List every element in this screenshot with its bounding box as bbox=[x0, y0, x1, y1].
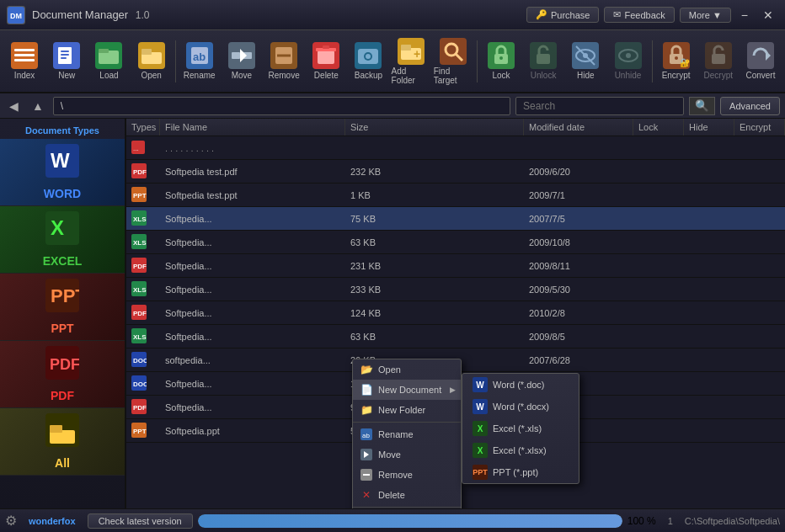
advanced-button[interactable]: Advanced bbox=[720, 97, 780, 115]
toolbar-remove[interactable]: Remove bbox=[263, 33, 305, 90]
nav-up[interactable]: ▲ bbox=[28, 98, 48, 114]
toolbar-backup[interactable]: Backup bbox=[347, 33, 389, 90]
purchase-button[interactable]: 🔑 Purchase bbox=[526, 7, 599, 23]
sidebar-item-word[interactable]: W WORD bbox=[0, 139, 125, 206]
toolbar-open[interactable]: Open bbox=[131, 33, 173, 90]
col-size: Size bbox=[345, 119, 524, 136]
toolbar-unhide[interactable]: Unhide bbox=[606, 33, 649, 90]
search-input[interactable] bbox=[515, 97, 684, 115]
toolbar-new[interactable]: New bbox=[45, 33, 88, 90]
row-size: 1 KB bbox=[345, 189, 524, 202]
ctx-new-folder[interactable]: 📁 New Folder bbox=[353, 400, 461, 420]
sidebar-item-ppt[interactable]: PPT PPT bbox=[0, 274, 125, 341]
row-lock bbox=[633, 382, 684, 386]
toolbar-unlock[interactable]: Unlock bbox=[522, 33, 564, 90]
ctx-move-label: Move bbox=[378, 450, 401, 460]
submenu-excel-xlsx[interactable]: X Excel (*.xlsx) bbox=[462, 439, 579, 461]
more-button[interactable]: More ▼ bbox=[680, 8, 731, 23]
ctx-move-icon bbox=[360, 448, 373, 461]
toolbar-lock[interactable]: Lock bbox=[480, 33, 522, 90]
svg-rect-37 bbox=[401, 45, 411, 51]
search-button[interactable]: 🔍 bbox=[689, 97, 715, 115]
toolbar-rename[interactable]: ab Rename bbox=[179, 33, 221, 90]
nav-back[interactable]: ◀ bbox=[5, 98, 23, 114]
table-row[interactable]: XLS Softpedia... 63 KB 2009/8/5 bbox=[126, 325, 785, 348]
toolbar-move[interactable]: Move bbox=[221, 33, 263, 90]
new-icon bbox=[53, 42, 80, 69]
row-encrypt bbox=[734, 194, 785, 197]
table-row[interactable]: XLS Softpedia... 63 KB 2009/10/8 bbox=[126, 231, 785, 254]
app-logo: DM bbox=[7, 6, 25, 24]
ctx-move[interactable]: Move bbox=[353, 444, 461, 465]
path-input[interactable] bbox=[53, 97, 510, 115]
word-icon: W bbox=[45, 144, 79, 185]
table-row[interactable]: XLS Softpedia... 75 KB 2007/7/5 bbox=[126, 207, 785, 231]
toolbar-delete[interactable]: Delete bbox=[305, 33, 347, 90]
toolbar-encrypt[interactable]: 🔐 Encrypt bbox=[654, 33, 697, 90]
ppt-label: PPT bbox=[51, 322, 73, 335]
svg-text:PDF: PDF bbox=[50, 356, 79, 373]
ctx-delete[interactable]: ✕ Delete bbox=[353, 485, 461, 505]
row-encrypt bbox=[734, 170, 785, 173]
row-date: 2009/10/8 bbox=[524, 236, 633, 249]
find-target-icon bbox=[440, 38, 467, 65]
row-encrypt bbox=[734, 241, 785, 244]
sidebar-item-all[interactable]: All bbox=[0, 408, 125, 476]
row-size: 124 KB bbox=[345, 306, 524, 320]
excel-xlsx-icon: X bbox=[473, 443, 488, 458]
row-size: 232 KB bbox=[345, 165, 524, 178]
gear-icon[interactable]: ⚙ bbox=[5, 513, 17, 529]
table-row[interactable]: XLS Softpedia... 233 KB 2009/5/30 bbox=[126, 278, 785, 301]
unlock-icon bbox=[530, 42, 557, 69]
ctx-new-document[interactable]: 📄 New Document bbox=[353, 380, 461, 400]
submenu-word-doc[interactable]: W Word (*.doc) bbox=[462, 374, 579, 396]
encrypt-icon: 🔐 bbox=[663, 42, 690, 69]
toolbar-index-label: Index bbox=[14, 71, 35, 80]
svg-text:PDF: PDF bbox=[133, 310, 147, 317]
sidebar-item-excel[interactable]: X EXCEL bbox=[0, 206, 125, 274]
submenu-word-doc-label: Word (*.doc) bbox=[493, 380, 545, 390]
toolbar-add-folder-label: Add Folder bbox=[392, 66, 430, 85]
check-update-button[interactable]: Check latest version bbox=[88, 513, 193, 529]
ctx-remove[interactable]: Remove bbox=[353, 465, 461, 485]
toolbar-find-target[interactable]: Find Target bbox=[432, 33, 474, 90]
table-row[interactable]: PPT Softpedia test.ppt 1 KB 2009/7/1 bbox=[126, 184, 785, 207]
row-hide bbox=[684, 170, 734, 173]
table-row[interactable]: PDF Softpedia test.pdf 232 KB 2009/6/20 bbox=[126, 160, 785, 184]
feedback-button[interactable]: ✉ Feedback bbox=[604, 7, 674, 23]
zoom-bar[interactable] bbox=[198, 514, 622, 528]
ctx-sep-1 bbox=[353, 422, 461, 423]
remove-icon bbox=[270, 42, 297, 69]
ctx-open-label: Open bbox=[378, 364, 401, 375]
toolbar-convert[interactable]: Convert bbox=[740, 33, 782, 90]
row-type: PDF bbox=[126, 162, 160, 182]
submenu-ppt[interactable]: PPT PPT (*.ppt) bbox=[462, 461, 579, 483]
ctx-rename[interactable]: ab Rename bbox=[353, 424, 461, 444]
row-date: 2009/5/30 bbox=[524, 283, 633, 296]
row-type: DOC bbox=[126, 374, 160, 394]
row-name: softpedia... bbox=[160, 354, 345, 367]
svg-text:ab: ab bbox=[193, 51, 206, 63]
table-row[interactable]: PDF Softpedia... 124 KB 2010/2/8 bbox=[126, 301, 785, 325]
feedback-label: Feedback bbox=[624, 10, 665, 20]
submenu-word-docx[interactable]: W Word (*.docx) bbox=[462, 396, 579, 418]
sidebar-item-pdf[interactable]: PDF PDF bbox=[0, 341, 125, 408]
row-type: PDF bbox=[126, 397, 160, 418]
table-row[interactable]: PDF Softpedia... 231 KB 2009/8/11 bbox=[126, 254, 785, 278]
toolbar-decrypt[interactable]: Decrypt bbox=[697, 33, 740, 90]
ctx-new-doc-icon: 📄 bbox=[360, 383, 373, 396]
filelist-header: Types File Name Size Modified date Lock … bbox=[126, 119, 785, 136]
close-button[interactable]: ✕ bbox=[758, 7, 778, 24]
toolbar-load[interactable]: Load bbox=[88, 33, 130, 90]
submenu-excel-xls[interactable]: X Excel (*.xls) bbox=[462, 418, 579, 439]
toolbar-add-folder[interactable]: + Add Folder bbox=[390, 33, 432, 90]
toolbar-hide[interactable]: Hide bbox=[564, 33, 606, 90]
all-label: All bbox=[55, 456, 70, 470]
table-row[interactable]: ... . . . . . . . . . . bbox=[126, 136, 785, 160]
excel-icon: X bbox=[45, 211, 79, 253]
toolbar-index[interactable]: Index bbox=[3, 33, 45, 90]
toolbar-move-label: Move bbox=[232, 71, 252, 80]
minimize-button[interactable]: − bbox=[736, 7, 753, 24]
ctx-open[interactable]: 📂 Open bbox=[353, 359, 461, 380]
row-date: 2007/7/5 bbox=[524, 212, 633, 226]
